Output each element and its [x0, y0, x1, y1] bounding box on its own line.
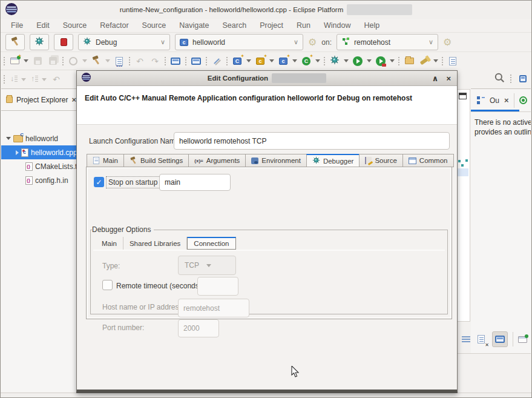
launch-mode-combo[interactable]: Debug ∨ [78, 34, 170, 50]
menu-file[interactable]: File [4, 20, 30, 31]
tab-main[interactable]: Main [87, 154, 123, 167]
tab-shared-libraries[interactable]: Shared Libraries [123, 237, 187, 250]
menu-refactor[interactable]: Refactor [93, 20, 135, 31]
menu-project[interactable]: Project [253, 20, 290, 31]
outline-tab-label[interactable]: Ou [490, 96, 499, 105]
perspective-button[interactable] [517, 73, 529, 85]
new-wizard-button[interactable]: ✦ [8, 55, 21, 67]
gear-icon[interactable]: ⚙ [443, 38, 452, 47]
host-input[interactable] [178, 299, 249, 317]
new-c-file-button[interactable]: c✦ [277, 55, 289, 67]
dropdown-arrow-icon[interactable] [24, 59, 28, 62]
dropdown-arrow-icon[interactable] [344, 59, 349, 62]
save-all-button[interactable] [47, 55, 59, 67]
tab-build-settings[interactable]: Build Settings [123, 154, 188, 167]
menu-edit[interactable]: Edit [30, 20, 56, 31]
debug-button[interactable] [30, 34, 49, 50]
open-element-button[interactable] [403, 55, 415, 67]
run-button[interactable] [352, 55, 364, 67]
profile-button[interactable] [375, 55, 387, 67]
search-dialog-button[interactable] [418, 55, 430, 67]
stop-on-startup-input[interactable] [159, 174, 231, 191]
build-button[interactable] [5, 34, 25, 50]
menu-source[interactable]: Source [56, 20, 94, 31]
tree-item-file[interactable]: config.h.in [1, 173, 76, 187]
tab-environment[interactable]: Environment [245, 154, 306, 167]
port-input[interactable] [178, 319, 219, 337]
tab-source[interactable]: Source [359, 154, 402, 167]
mark-occurrences-button[interactable] [211, 55, 223, 67]
expander-closed-icon[interactable] [16, 150, 19, 155]
menu-help[interactable]: Help [357, 20, 386, 31]
debug-launch-button[interactable] [329, 55, 341, 67]
gear-icon[interactable]: ⚙ [308, 38, 317, 47]
menu-source-2[interactable]: Source [136, 20, 173, 31]
remote-timeout-input[interactable] [197, 277, 238, 296]
tree-item-file[interactable]: CMakeLists.txt [1, 159, 76, 173]
restore-pane-icon[interactable] [459, 93, 467, 99]
menu-window[interactable]: Window [317, 20, 357, 31]
link-with-editor-button[interactable] [447, 55, 459, 67]
launch-config-combo[interactable]: c helloworld ∨ [175, 34, 303, 50]
tab-debugger-main[interactable]: Main [96, 237, 123, 250]
dropdown-arrow-icon[interactable] [292, 59, 297, 62]
editor-overview-ruler[interactable] [456, 89, 470, 322]
close-icon[interactable]: × [504, 96, 509, 105]
menu-navigate[interactable]: Navigate [172, 20, 215, 31]
save-button[interactable] [31, 55, 44, 67]
remote-timeout-checkbox[interactable] [102, 280, 113, 290]
close-icon[interactable]: × [71, 95, 76, 104]
dropdown-arrow-icon[interactable] [390, 59, 395, 62]
display-console-button[interactable] [492, 331, 508, 347]
dropdown-arrow-icon[interactable] [246, 59, 251, 62]
import-button[interactable] [9, 75, 18, 84]
stop-on-startup-checkbox[interactable]: ✓ [94, 177, 104, 187]
stop-button[interactable] [54, 34, 73, 50]
menu-run[interactable]: Run [290, 20, 317, 31]
dropdown-arrow-icon[interactable] [82, 59, 87, 62]
collapse-icon[interactable]: ∧ [432, 74, 439, 83]
dropdown-arrow-icon[interactable] [105, 59, 110, 62]
bug-icon [83, 37, 91, 47]
export-button[interactable] [30, 75, 38, 84]
dialog-titlebar[interactable]: Edit Configuration ∧ × [77, 71, 457, 86]
tab-common[interactable]: Common [402, 154, 454, 167]
eclipse-window: runtime-New_configuration - helloworld/h… [0, 0, 532, 398]
back-button[interactable] [134, 55, 146, 67]
dropdown-arrow-icon[interactable] [433, 59, 438, 62]
open-console-button[interactable] [169, 55, 182, 67]
project-explorer-tab[interactable]: Project Explorer × [1, 89, 76, 111]
dropdown-arrow-icon[interactable] [21, 78, 26, 81]
new-c-source-folder-button[interactable]: c✦ [254, 55, 266, 67]
menu-search[interactable]: Search [216, 20, 254, 31]
dropdown-arrow-icon[interactable] [42, 78, 47, 81]
skip-breakpoints-button[interactable] [67, 55, 79, 67]
search-icon[interactable] [494, 72, 505, 85]
pin-console-icon[interactable] [518, 336, 527, 343]
connection-combo[interactable]: remotehost ∨ [337, 34, 438, 50]
tree-item-project[interactable]: helloworld [1, 131, 76, 145]
tab-debugger[interactable]: Debugger [306, 154, 360, 167]
clear-console-button[interactable] [475, 333, 487, 345]
breakpoints-tab-icon[interactable] [519, 96, 527, 104]
close-icon[interactable]: × [446, 74, 451, 83]
run-icon [353, 56, 363, 66]
forward-button[interactable] [149, 55, 161, 67]
binary-file-button[interactable] [113, 55, 125, 67]
new-c-class-button[interactable]: C✦ [300, 55, 312, 67]
dropdown-arrow-icon[interactable] [315, 59, 320, 62]
expander-open-icon[interactable] [6, 137, 11, 140]
tab-connection[interactable]: Connection [187, 237, 235, 250]
tab-arguments[interactable]: (x)=Arguments [188, 154, 245, 167]
last-edit-location-button[interactable] [50, 73, 62, 85]
dropdown-arrow-icon[interactable] [269, 59, 274, 62]
tree-item-file-selected[interactable]: helloworld.cpp [1, 145, 76, 159]
word-wrap-icon[interactable] [462, 336, 470, 342]
overview-annotation [458, 160, 461, 162]
dropdown-arrow-icon[interactable] [367, 59, 372, 62]
open-terminal-button[interactable] [190, 55, 202, 67]
launch-config-name-input[interactable] [174, 132, 450, 150]
type-dropdown[interactable]: TCP [178, 256, 236, 275]
new-c-project-button[interactable]: C✦ [231, 55, 243, 67]
build-all-button[interactable] [90, 55, 102, 67]
